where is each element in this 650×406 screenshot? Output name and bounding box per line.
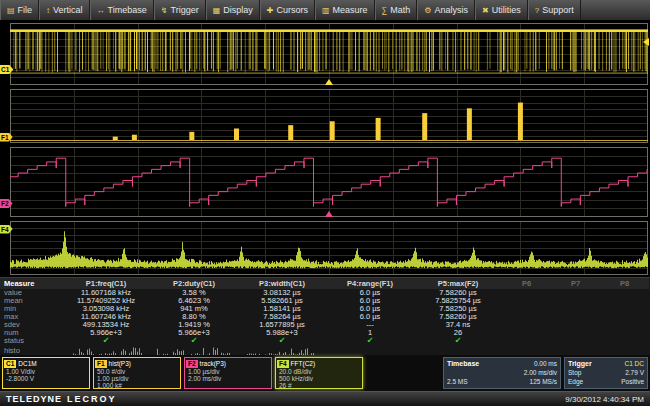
menu-support[interactable]: ?Support [528,0,581,20]
measure-status-check: ✔ [326,337,414,345]
measure-column-header[interactable]: P6 [502,278,551,289]
descriptor-f1[interactable]: F1hist(P3)50.0 #/div1.00 µs/div1.000 k# [93,357,181,389]
measure-column-header[interactable]: P7 [551,278,600,289]
timebase-panel[interactable]: Timebase 0.00 ms 2.00 ms/div 2.5 MS 125 … [443,357,561,389]
timebase-scale: 2.00 ms/div [524,368,557,377]
menu-label: File [18,5,33,15]
grid-f4[interactable] [10,221,648,275]
measure-mean: 6.0 µs [326,297,414,305]
time-reference-marker[interactable] [325,211,333,217]
measure-num [502,329,551,337]
measure-sdev: 37.4 ns [414,321,502,329]
channel-id-badge: F2 [186,360,198,368]
horizontal-arrows-icon: ↔ [97,6,105,15]
descriptor-boxes: C1DC1M1.00 V/div-2.8000 VF1hist(P3)50.0 … [2,357,363,389]
display-grid-icon: ▦ [213,6,221,15]
f4-waveform-canvas [10,221,648,275]
measure-column-header[interactable]: P3:width(C1) [238,278,326,289]
measure-row-label: max [0,313,62,321]
measure-table-icon: ▥ [322,6,330,15]
measure-status-check: ✔ [238,337,326,345]
channel-id-badge: C1 [4,360,16,368]
f2-waveform-canvas [10,147,648,217]
measure-mean [600,297,649,305]
time-reference-marker[interactable] [325,79,333,85]
menu-cursors[interactable]: ✚Cursors [260,0,315,20]
measure-min [502,305,551,313]
measure-min: 1.58141 µs [238,305,326,313]
descriptor-f2[interactable]: F2track(P3)1.00 µs/div2.00 ms/div [184,357,272,389]
measure-value: 3.58 % [150,289,238,297]
menu-label: Support [542,5,574,15]
measure-status-check: ✔ [62,337,150,345]
measure-status-check: ✔ [414,337,502,345]
measure-column-header[interactable]: P5:max(F2) [414,278,502,289]
measure-value [502,289,551,297]
measure-min: 6.0 µs [326,305,414,313]
f1-waveform-canvas [10,89,648,143]
menu-trigger[interactable]: ↯Trigger [154,0,206,20]
trigger-mode: Stop [568,368,581,377]
channel-tag: track(P3) [200,360,226,367]
measure-max [551,313,600,321]
grid-f1[interactable] [10,89,648,143]
menu-display[interactable]: ▦Display [206,0,260,20]
menu-file[interactable]: ▤File [0,0,39,20]
measure-min: 941 m% [150,305,238,313]
measure-num [600,329,649,337]
measure-row-label: value [0,289,62,297]
timebase-samples: 2.5 MS [447,377,468,386]
measure-max: 11.607246 kHz [62,313,150,321]
trigger-panel[interactable]: Trigger C1 DC Stop 2.79 V Edge Positive [564,357,648,389]
channel-id-badge: F1 [95,360,107,368]
menu-label: Analysis [434,5,468,15]
grid-c1[interactable] [10,23,648,85]
descriptor-row: C1DC1M1.00 V/div-2.8000 VF1hist(P3)50.0 … [0,355,650,391]
menu-utilities[interactable]: ✖Utilities [475,0,528,20]
timebase-label: Timebase [447,359,479,368]
measure-column-header[interactable]: P8 [600,278,649,289]
measure-num: 1 [326,329,414,337]
trigger-type: Edge [568,377,583,386]
menu-math[interactable]: ∑Math [375,0,418,20]
menu-label: Measure [333,5,368,15]
measure-value [551,289,600,297]
c1-waveform-canvas [10,23,648,85]
measure-row-label: sdev [0,321,62,329]
measure-max [600,313,649,321]
measure-row-label: mean [0,297,62,305]
measure-status-check [502,337,551,345]
measure-status-check [600,337,649,345]
menu-vertical[interactable]: ↕Vertical [39,0,90,20]
descriptor-f4[interactable]: F4FFT(C2)20.0 dB/div500 kHz/div26 # [275,357,363,389]
measure-sdev [600,321,649,329]
measure-num: 5.966e+3 [62,329,150,337]
measure-max: 7.58264 µs [238,313,326,321]
menu-measure[interactable]: ▥Measure [315,0,375,20]
measure-column-header[interactable]: P2:duty(C1) [150,278,238,289]
oscilloscope-screen: ▤File↕Vertical↔Timebase↯Trigger▦Display✚… [0,0,650,406]
measure-column-header[interactable]: P1:freq(C1) [62,278,150,289]
measure-value [600,289,649,297]
menu-timebase[interactable]: ↔Timebase [90,0,154,20]
measure-status-check [551,337,600,345]
measure-title: Measure [0,278,62,289]
menu-label: Utilities [492,5,521,15]
measure-num: 5.966e+3 [150,329,238,337]
analysis-gear-icon: ⚙ [424,6,431,15]
measure-column-header[interactable]: P4:range(F1) [326,278,414,289]
trigger-label: Trigger [568,359,592,368]
menu-label: Trigger [170,5,198,15]
descriptor-line: 1.000 k# [94,382,180,389]
cursors-cross-icon: ✚ [267,6,274,15]
descriptor-line: 50.0 #/div [94,368,180,375]
menu-label: Cursors [276,5,308,15]
channel-tag: FFT(C2) [291,360,316,367]
descriptor-c1[interactable]: C1DC1M1.00 V/div-2.8000 V [2,357,90,389]
menu-analysis[interactable]: ⚙Analysis [417,0,475,20]
measure-mean: 11.57409252 kHz [62,297,150,305]
trigger-level-marker[interactable] [643,38,649,46]
grid-f2[interactable] [10,147,648,217]
measure-value: 6.0 µs [326,289,414,297]
histicon-canvas [67,346,145,356]
